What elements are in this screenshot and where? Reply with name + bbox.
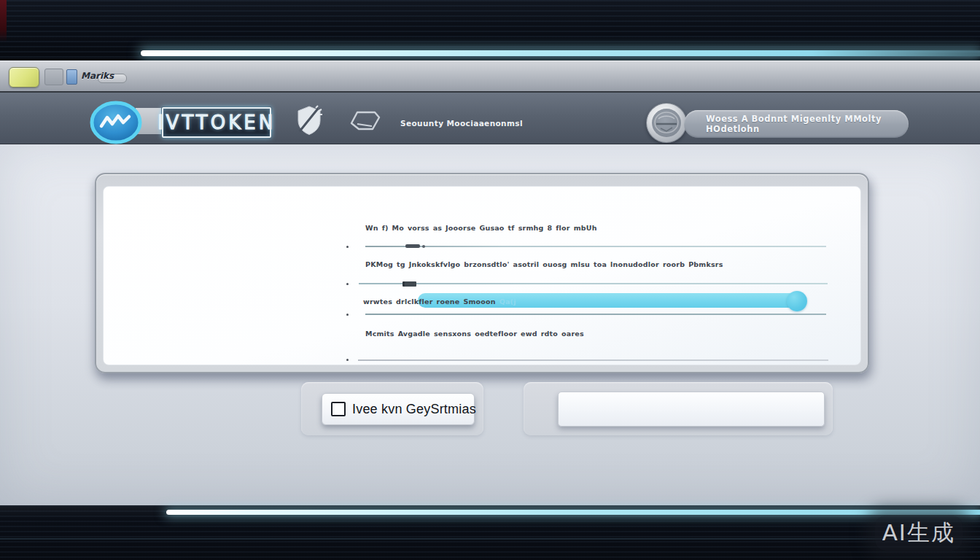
checkbox-button-label: Ivee kvn GeySrtmias xyxy=(352,402,476,417)
slider-track[interactable] xyxy=(359,281,828,287)
setting-label: PKMog tg Jnkokskfvlgo brzonsdtlo' asotri… xyxy=(365,260,723,268)
brand-logo-icon xyxy=(89,100,143,145)
bottom-glow-line xyxy=(166,510,980,515)
slider-handle[interactable] xyxy=(405,244,420,248)
taskbar-gray-button[interactable] xyxy=(44,69,63,85)
top-glow-line xyxy=(141,50,980,56)
checkbox[interactable] xyxy=(331,402,346,416)
bullet-dot xyxy=(346,283,349,285)
chat-icon[interactable] xyxy=(346,109,382,133)
user-info-pill[interactable]: Woess A Bodnnt Migeenlty MMolty HOdetloh… xyxy=(684,110,909,138)
slider-underline xyxy=(365,314,826,315)
avatar-emblem xyxy=(652,109,681,137)
setting-label: Wn f) Mo vorss as Jooorse Gusao tf srmhg… xyxy=(365,224,597,232)
bullet-dot xyxy=(346,359,349,361)
document-icon[interactable] xyxy=(66,69,77,85)
user-avatar[interactable] xyxy=(646,103,687,143)
header-bar: IVTTOKEN Seouunty Moociaaenonmsl Woess xyxy=(0,93,980,144)
card-surface: Wn f) Mo vorss as Jooorse Gusao tf srmhg… xyxy=(103,186,861,365)
bullet-dot xyxy=(346,246,349,248)
checkbox-button[interactable]: Ivee kvn GeySrtmias xyxy=(322,393,475,425)
taskbar-app-label: Mariks xyxy=(81,71,114,81)
slider-thumb[interactable] xyxy=(787,291,807,311)
bullet-dot xyxy=(346,314,349,316)
slider-track[interactable] xyxy=(365,244,826,249)
top-decorative-band xyxy=(0,0,980,61)
setting-label-suffix: Qa(j xyxy=(499,298,516,306)
bottom-faint-line xyxy=(0,538,980,540)
slider-track-line xyxy=(365,246,826,247)
slider-track[interactable] xyxy=(358,359,828,361)
setting-label-text: wrwtes drlclkfler roene Smooon xyxy=(363,298,499,306)
page: Mariks IVTTOKEN Seouu xyxy=(0,0,980,560)
taskbar-yellow-button[interactable] xyxy=(9,67,39,88)
setting-label: wrwtes drlclkfler roene Smooon Qa(j xyxy=(363,298,516,306)
brand-logo-text: IVTTOKEN xyxy=(158,112,276,133)
ai-generated-watermark: AI生成 xyxy=(875,516,962,551)
user-info-text: Woess A Bodnnt Migeenlty MMolty HOdetloh… xyxy=(706,114,909,134)
checkbox-action-panel: Ivee kvn GeySrtmias xyxy=(301,382,483,435)
status-label: Seouunty Moociaaenonmsl xyxy=(400,119,523,128)
slider-track-line xyxy=(359,283,828,284)
secondary-action-panel xyxy=(524,382,833,435)
red-edge-accent xyxy=(0,0,7,42)
brand-logo-box[interactable]: IVTTOKEN xyxy=(162,107,271,138)
settings-card: Wn f) Mo vorss as Jooorse Gusao tf srmhg… xyxy=(95,173,869,373)
taskbar: Mariks xyxy=(0,61,980,93)
slider-dot xyxy=(422,245,425,248)
bottom-decorative-band: AI生成 xyxy=(0,505,980,560)
setting-label: Mcmits Avgadle sensxons oedtefloor ewd r… xyxy=(365,330,584,338)
slider-handle[interactable] xyxy=(402,281,416,287)
main-content: Wn f) Mo vorss as Jooorse Gusao tf srmhg… xyxy=(0,144,980,505)
secondary-button[interactable] xyxy=(558,392,825,427)
shield-icon[interactable] xyxy=(295,105,323,136)
